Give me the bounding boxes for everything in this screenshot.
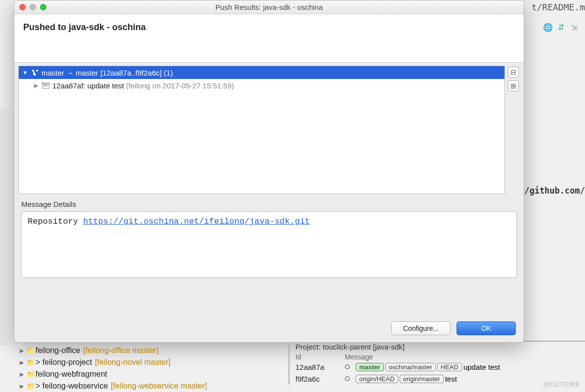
bg-toolbar: 🌐 ⇵ ⇲ [543,22,579,33]
dialog-title: Push Results: java-sdk - oschina [14,3,524,11]
commit-dot-icon [345,364,350,369]
commit-meta: (feilong on 2017-05-27 15:51:59) [126,81,234,90]
commit-row-msg: test [445,375,457,383]
expand-icon[interactable]: ▶ [20,359,27,366]
project-row[interactable]: ▶ 📁 feilong-webfragment [20,368,207,380]
bg-readme-path: t/README.m [532,0,585,14]
message-details-box[interactable]: Repository https://git.oschina.net/ifeil… [21,211,517,278]
project-explorer[interactable]: ▶ 📁 feilong-office [feilong-office maste… [20,345,207,392]
commit-row[interactable]: 12aa87a master oschina/master HEAD updat… [295,361,500,373]
header-title: Pushed to java-sdk - oschina [23,22,515,33]
expand-icon[interactable]: ▶ [33,82,40,89]
tree-commit-row[interactable]: ▶ 12aa87af: update test (feilong on 2017… [19,79,504,92]
commit-dot-icon [345,376,350,381]
commit-hash: 12aa87af: [52,81,85,90]
dialog-header: Pushed to java-sdk - oschina [14,14,524,63]
expand-icon[interactable]: ▶ [20,348,27,354]
globe-icon[interactable]: 🌐 [543,22,553,33]
commit-row-msg: update test [463,363,500,371]
minimize-icon [30,4,36,10]
folder-icon: 📁 [27,347,36,354]
folder-icon: 📁 [27,358,36,366]
sync-icon[interactable]: ⇵ [555,22,566,33]
push-results-dialog: Push Results: java-sdk - oschina Pushed … [14,0,524,343]
project-row[interactable]: ▶ 📁 > feilong-project [feilong-novel mas… [20,356,207,368]
ok-button[interactable]: OK [457,321,516,335]
tree-branch-row[interactable]: ▼ master → master [12aa87a..f9f2a6c] (1) [19,66,504,79]
bg-github-text: /github.com/ [524,186,585,196]
configure-button[interactable]: Configure... [391,321,451,335]
repo-prefix: Repository [28,217,83,226]
ref-tag[interactable]: HEAD [437,363,462,371]
commit-message: update test [87,81,124,90]
commit-history-panel[interactable]: Project: touclick-parent [java-sdk] Id M… [289,343,500,385]
folder-icon: 📁 [27,370,36,378]
expand-icon[interactable]: ▶ [20,383,27,390]
project-row[interactable]: ▶ 📁 > feilong-webservice [feilong-webser… [20,380,207,392]
dialog-titlebar: Push Results: java-sdk - oschina [14,0,524,14]
close-icon[interactable] [19,4,26,10]
watermark: @51CTO博客 [543,381,580,389]
branch-icon [31,68,40,77]
commit-header-row: Id Message [295,353,500,361]
branch-line-text: master → master [12aa87a..f9f2a6c] (1) [42,69,173,77]
maximize-icon[interactable] [40,4,46,10]
commit-icon [42,81,50,89]
details-label: Message Details [21,200,517,208]
commit-row[interactable]: f9f2a6c origin/HEAD origin/master test [295,373,500,385]
dock-edge [0,109,14,346]
ref-tag[interactable]: master [356,363,384,371]
folder-icon: 📁 [27,382,36,390]
collapse-all-button[interactable]: ⊟ [508,67,519,78]
repo-url-link[interactable]: https://git.oschina.net/ifeilong/java-sd… [83,217,310,226]
ref-tag[interactable]: origin/master [400,375,444,383]
ref-tag[interactable]: origin/HEAD [356,375,398,383]
expand-all-button[interactable]: ⊞ [508,80,519,91]
expand-icon[interactable]: ▼ [22,70,29,76]
project-row[interactable]: ▶ 📁 feilong-office [feilong-office maste… [20,345,207,356]
expand-icon[interactable]: ▶ [20,371,27,378]
ref-tag[interactable]: oschina/master [385,363,436,371]
commit-panel-title: Project: touclick-parent [java-sdk] [295,343,500,351]
import-icon[interactable]: ⇲ [568,22,579,33]
commit-tree[interactable]: ▼ master → master [12aa87a..f9f2a6c] (1)… [18,66,505,194]
